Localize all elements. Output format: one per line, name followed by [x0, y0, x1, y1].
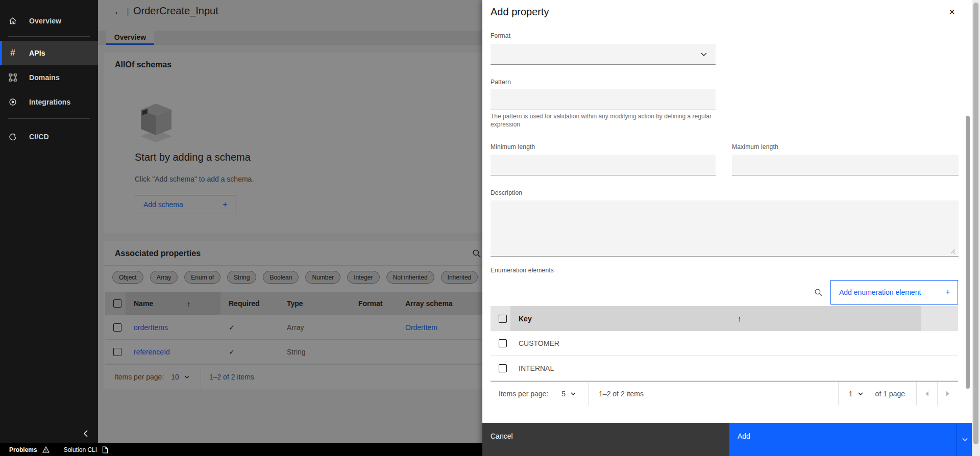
statusbar-problems[interactable]: Problems [9, 446, 50, 453]
enumeration-pagination: Items per page: 5 1–2 of 2 items 1 of 1 … [491, 381, 958, 406]
sidebar-collapse-button[interactable] [78, 425, 94, 442]
next-page-button[interactable] [938, 382, 958, 406]
home-icon [9, 17, 17, 25]
format-select[interactable] [491, 44, 716, 65]
add-button[interactable]: Add [729, 423, 957, 456]
minimum-length-label: Minimum length [491, 143, 535, 150]
add-enumeration-element-button[interactable]: Add enumeration element + [830, 280, 958, 305]
add-property-modal: Add property × Format Pattern The patter… [482, 0, 980, 456]
window-scrollbar-thumb[interactable] [973, 3, 978, 444]
description-textarea[interactable] [491, 200, 959, 257]
statusbar-solution-cli[interactable]: Solution CLI [64, 446, 108, 453]
page-count-label: of 1 page [875, 390, 905, 398]
maximum-length-input[interactable] [732, 155, 959, 175]
modal-scrollbar-thumb[interactable] [966, 116, 970, 389]
pattern-label: Pattern [491, 79, 511, 86]
modal-title: Add property [491, 6, 549, 18]
chevron-down-icon [571, 392, 576, 395]
minimum-length-input[interactable] [491, 155, 716, 175]
caret-left-icon [925, 391, 928, 396]
enum-row-customer: CUSTOMER [491, 331, 958, 356]
pattern-input[interactable] [491, 89, 716, 110]
chevron-left-icon [83, 429, 88, 438]
file-icon [102, 446, 108, 453]
caret-right-icon [946, 391, 949, 396]
sidebar: Overview # APIs Domains Integrations CI/… [0, 0, 98, 443]
modal-footer: Cancel Add [482, 423, 980, 456]
sidebar-divider [8, 118, 90, 119]
pagination-divider [588, 382, 589, 406]
format-label: Format [491, 32, 510, 39]
row-checkbox[interactable] [499, 364, 507, 372]
search-icon [814, 288, 823, 297]
close-icon[interactable]: × [943, 3, 961, 20]
enum-page-size-select[interactable]: 5 [561, 390, 576, 398]
column-header-key[interactable]: Key ↑ [510, 306, 921, 331]
chevron-down-icon [701, 53, 707, 56]
sidebar-item-domains[interactable]: Domains [0, 65, 98, 90]
enumeration-table-header: Key ↑ [491, 306, 958, 331]
integrations-icon [9, 98, 17, 106]
sidebar-item-integrations[interactable]: Integrations [0, 90, 98, 114]
enum-row-internal: INTERNAL [491, 356, 958, 381]
select-all-checkbox[interactable] [499, 315, 507, 323]
add-split-menu-button[interactable] [957, 423, 972, 456]
chevron-down-icon [858, 392, 863, 395]
resize-handle-icon[interactable] [950, 248, 955, 254]
warning-icon [42, 446, 50, 453]
app-root: ← | OrderCreate_Input Overview AllOf sch… [0, 0, 980, 456]
plus-icon: + [945, 287, 950, 297]
cancel-button[interactable]: Cancel [482, 423, 729, 456]
sidebar-item-cicd[interactable]: CI/CD [0, 124, 98, 149]
domains-icon [9, 73, 17, 82]
page-number-select[interactable]: 1 [849, 390, 863, 398]
previous-page-button[interactable] [917, 382, 937, 406]
enumeration-elements-label: Enumeration elements [491, 267, 554, 274]
description-label: Description [491, 189, 522, 196]
window-scrollbar[interactable] [972, 0, 980, 456]
maximum-length-label: Maximum length [732, 143, 778, 150]
hash-icon: # [9, 49, 17, 57]
sidebar-divider [8, 36, 90, 37]
enumeration-table: Key ↑ CUSTOMER INTERNAL [491, 306, 958, 381]
sidebar-item-overview[interactable]: Overview [0, 9, 98, 33]
pagination-divider [838, 382, 839, 406]
sidebar-item-apis[interactable]: # APIs [0, 41, 98, 65]
enum-search-button[interactable] [806, 280, 830, 305]
pattern-helper-text: The pattern is used for validation withi… [491, 112, 721, 129]
sort-arrow-icon: ↑ [738, 314, 742, 323]
pagination-range: 1–2 of 2 items [599, 390, 644, 398]
modal-scrim [98, 0, 482, 443]
chevron-down-icon [962, 438, 968, 441]
cicd-icon [9, 133, 17, 141]
row-checkbox[interactable] [499, 339, 507, 347]
